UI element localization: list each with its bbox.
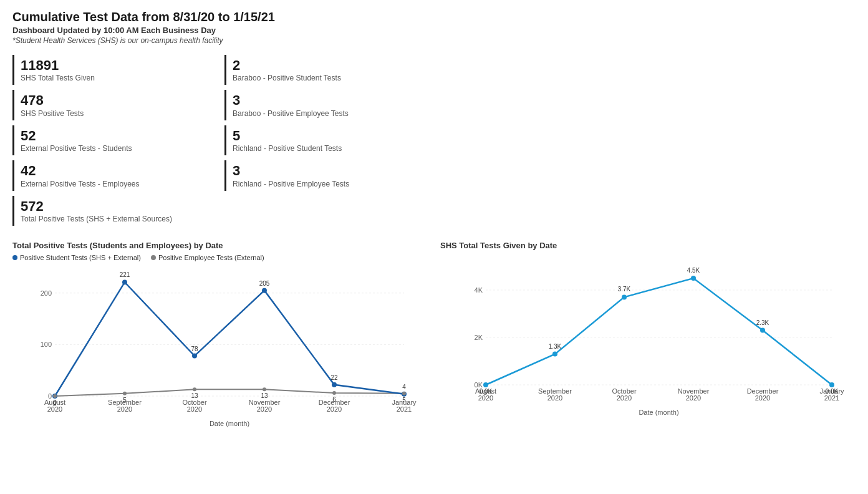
stat-item: 52External Positive Tests - Students: [12, 125, 218, 155]
svg-point-64: [552, 352, 557, 357]
stat-label: Baraboo - Positive Employee Tests: [233, 109, 430, 118]
stat-item: 42External Positive Tests - Employees: [12, 160, 218, 190]
stat-label: Richland - Positive Student Tests: [233, 144, 430, 153]
stat-item: 11891SHS Total Tests Given: [12, 55, 218, 85]
stat-number: 3: [233, 163, 430, 179]
stat-item: 572Total Positive Tests (SHS + External …: [12, 196, 430, 226]
svg-text:13: 13: [191, 392, 198, 399]
svg-text:205: 205: [259, 280, 270, 287]
svg-text:2020: 2020: [257, 405, 272, 413]
svg-text:5: 5: [402, 397, 406, 404]
stat-item: 3Richland - Positive Employee Tests: [224, 160, 430, 190]
stat-number: 478: [21, 92, 218, 109]
svg-text:2020: 2020: [686, 394, 701, 402]
svg-text:4.5K: 4.5K: [687, 267, 700, 274]
svg-text:2020: 2020: [117, 405, 132, 413]
page-title: Cumulative Test Data from 8/31/20 to 1/1…: [12, 10, 856, 24]
stat-label: SHS Positive Tests: [21, 109, 218, 118]
chart1-legend: Positive Student Tests (SHS + External)P…: [12, 254, 428, 261]
svg-text:2K: 2K: [475, 334, 483, 341]
legend-label: Positive Student Tests (SHS + External): [20, 254, 141, 261]
stat-label: SHS Total Tests Given: [21, 74, 218, 82]
svg-text:2.3K: 2.3K: [756, 319, 769, 326]
svg-text:2021: 2021: [824, 394, 839, 402]
svg-text:22: 22: [330, 374, 338, 381]
svg-text:2020: 2020: [755, 394, 770, 402]
legend-dot: [12, 255, 17, 260]
stats-grid: 11891SHS Total Tests Given2Baraboo - Pos…: [12, 52, 436, 228]
chart1-section: Total Positive Tests (Students and Emplo…: [12, 241, 428, 429]
chart2-title: SHS Total Tests Given by Date: [440, 241, 856, 250]
svg-text:4: 4: [402, 384, 406, 390]
stat-number: 52: [21, 128, 218, 144]
svg-point-23: [192, 354, 197, 359]
note: *Student Health Services (SHS) is our on…: [12, 36, 856, 45]
stat-number: 42: [21, 163, 218, 179]
stat-label: External Positive Tests - Students: [21, 144, 218, 153]
legend-item: Positive Employee Tests (External): [151, 254, 264, 261]
stat-number: 572: [21, 198, 430, 215]
svg-text:0.0K: 0.0K: [826, 388, 839, 395]
svg-text:2020: 2020: [547, 394, 562, 402]
legend-item: Positive Student Tests (SHS + External): [12, 254, 141, 261]
stat-number: 11891: [21, 57, 218, 74]
svg-text:3.7K: 3.7K: [618, 286, 631, 293]
chart2-section: SHS Total Tests Given by Date 0K2K4KAugu…: [440, 241, 856, 429]
stat-number: 5: [233, 128, 430, 144]
subtitle: Dashboard Updated by 10:00 AM Each Busin…: [12, 26, 856, 35]
svg-text:2021: 2021: [397, 405, 412, 413]
svg-text:100: 100: [41, 341, 52, 348]
stat-label: Baraboo - Positive Student Tests: [233, 74, 430, 82]
stat-item: 5Richland - Positive Student Tests: [224, 125, 430, 155]
svg-point-72: [829, 382, 834, 387]
svg-text:5: 5: [123, 397, 127, 404]
svg-text:0: 0: [53, 399, 57, 406]
svg-text:2020: 2020: [47, 405, 62, 413]
svg-text:2020: 2020: [478, 394, 493, 402]
legend-label: Positive Employee Tests (External): [158, 254, 264, 261]
svg-point-66: [622, 294, 627, 299]
svg-point-31: [53, 394, 57, 398]
svg-point-35: [193, 387, 196, 391]
svg-text:13: 13: [261, 392, 268, 399]
svg-point-39: [332, 391, 336, 395]
stat-item: 2Baraboo - Positive Student Tests: [224, 55, 430, 85]
svg-point-68: [691, 276, 696, 281]
svg-text:200: 200: [41, 289, 52, 297]
chart1-title: Total Positive Tests (Students and Emplo…: [12, 241, 428, 250]
stat-label: Richland - Positive Employee Tests: [233, 180, 430, 188]
svg-text:Date (month): Date (month): [639, 409, 678, 416]
stat-label: External Positive Tests - Employees: [21, 180, 218, 188]
svg-text:Date (month): Date (month): [210, 420, 249, 427]
svg-text:1.3K: 1.3K: [549, 343, 562, 350]
svg-text:2020: 2020: [327, 405, 342, 413]
svg-point-70: [760, 328, 765, 333]
stat-item: 478SHS Positive Tests: [12, 90, 218, 120]
svg-point-41: [402, 392, 406, 395]
charts-container: Total Positive Tests (Students and Emplo…: [12, 241, 856, 429]
svg-text:6: 6: [332, 396, 336, 403]
stat-label: Total Positive Tests (SHS + External Sou…: [21, 215, 430, 223]
stat-number: 3: [233, 92, 430, 109]
svg-text:4K: 4K: [475, 286, 483, 294]
svg-point-21: [122, 279, 127, 284]
svg-point-27: [332, 382, 337, 387]
svg-point-37: [263, 387, 266, 391]
legend-dot: [151, 255, 156, 260]
svg-text:0.0K: 0.0K: [480, 388, 493, 395]
stat-number: 2: [233, 57, 430, 74]
svg-text:221: 221: [120, 271, 130, 278]
svg-point-62: [483, 382, 488, 387]
svg-text:78: 78: [191, 346, 198, 352]
svg-point-25: [262, 288, 267, 293]
svg-text:2020: 2020: [617, 394, 632, 402]
stat-item: 3Baraboo - Positive Employee Tests: [224, 90, 430, 120]
svg-text:2020: 2020: [187, 405, 202, 413]
svg-point-33: [123, 392, 127, 395]
